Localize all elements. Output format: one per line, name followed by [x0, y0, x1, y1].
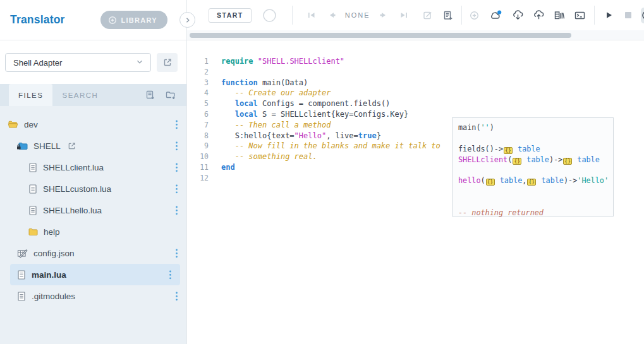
- signature-panel: main('')fields()->{} tableSHELLclient({}…: [452, 117, 614, 216]
- tab-files-label: FILES: [18, 92, 43, 99]
- folder-open-icon: [8, 119, 19, 129]
- add-circle-button[interactable]: [469, 10, 480, 21]
- external-link-icon: [162, 57, 173, 68]
- tab-files[interactable]: FILES: [9, 84, 52, 106]
- table-type-icon: {}: [486, 179, 495, 186]
- code-line-2[interactable]: 2: [187, 67, 644, 78]
- library-button-label: LIBRARY: [121, 16, 157, 24]
- add-circle-icon: [469, 10, 480, 21]
- code-text: [216, 173, 221, 184]
- external-link-icon[interactable]: [67, 141, 76, 151]
- open-adapter-button[interactable]: [157, 53, 178, 72]
- sidebar-tabs: FILES SEARCH: [0, 84, 186, 106]
- tree-item-label: help: [44, 227, 60, 237]
- tree-item-label: SHELLclient.lua: [43, 163, 104, 172]
- record-circle-button[interactable]: [262, 8, 277, 23]
- adapter-select[interactable]: Shell Adapter: [5, 53, 151, 72]
- add-note-icon: [442, 10, 453, 21]
- auto-run-toggle[interactable]: [641, 8, 644, 23]
- chevron-down-icon: [135, 57, 144, 68]
- tree-item-help[interactable]: help: [0, 221, 186, 242]
- signature-row: -- nothing returned: [458, 208, 607, 218]
- edit-note-button[interactable]: [422, 10, 433, 21]
- cloud-download-icon: [512, 9, 524, 21]
- skip-back-button[interactable]: [307, 10, 317, 20]
- kebab-menu-icon[interactable]: [169, 270, 172, 282]
- step-forward-button[interactable]: [379, 10, 389, 20]
- kebab-menu-icon[interactable]: [175, 119, 178, 132]
- code-text: -- Now fill in the blanks and make it ta…: [216, 141, 440, 151]
- code-line-1[interactable]: 1require "SHELL.SHELLclient": [187, 56, 644, 67]
- code-editor[interactable]: 1require "SHELL.SHELLclient"23function m…: [187, 40, 644, 184]
- kebab-menu-icon[interactable]: [175, 205, 178, 218]
- config-icon: [16, 248, 28, 259]
- signature-row: [458, 165, 607, 176]
- library-archive-button[interactable]: [554, 10, 565, 21]
- new-folder-icon[interactable]: [165, 90, 176, 100]
- app-title: Translator: [10, 13, 65, 27]
- file-tree: devSHELLSHELLclient.luaSHELLcustom.luaSH…: [0, 106, 186, 344]
- cloud-download-button[interactable]: [512, 9, 524, 21]
- line-number: 12: [187, 173, 216, 184]
- code-text: local Configs = component.fields(): [216, 98, 390, 109]
- code-line-4[interactable]: 4 -- Create our adapter: [187, 88, 644, 98]
- record-circle-icon: [262, 8, 277, 23]
- file-icon: [28, 184, 38, 194]
- kebab-menu-icon[interactable]: [175, 141, 178, 153]
- tree-item-label: config.json: [33, 249, 75, 258]
- tree-item-SHELLcustom.lua[interactable]: SHELLcustom.lua: [0, 178, 186, 199]
- tree-item-SHELLhello.lua[interactable]: SHELLhello.lua: [0, 199, 186, 221]
- code-line-3[interactable]: 3function main(Data): [187, 78, 644, 88]
- cloud-status-icon: [489, 9, 503, 21]
- kebab-menu-icon[interactable]: [175, 162, 178, 175]
- skip-back-icon: [307, 10, 317, 20]
- table-type-icon: {}: [563, 158, 572, 165]
- skip-forward-icon: [399, 10, 409, 20]
- code-text: -- something real.: [216, 151, 317, 162]
- kebab-menu-icon[interactable]: [175, 184, 178, 196]
- tree-item-SHELLclient.lua[interactable]: SHELLclient.lua: [0, 157, 186, 178]
- line-number: 11: [187, 162, 216, 173]
- signature-row: [458, 197, 607, 208]
- file-icon: [28, 162, 38, 173]
- sidebar-collapse-button[interactable]: [179, 12, 195, 28]
- edit-note-icon: [422, 10, 433, 21]
- tree-item-label: dev: [24, 120, 38, 129]
- hscrollbar-thumb[interactable]: [190, 33, 571, 38]
- tree-item-label: SHELLhello.lua: [43, 206, 102, 215]
- editor-hscrollbar: [187, 30, 644, 40]
- add-note-button[interactable]: [442, 10, 453, 21]
- terminal-button[interactable]: [574, 10, 586, 21]
- chevron-right-icon: [183, 16, 192, 25]
- skip-forward-button[interactable]: [399, 10, 409, 20]
- tree-item-main.lua[interactable]: main.lua: [10, 264, 180, 285]
- step-back-icon: [327, 10, 337, 20]
- cloud-status-button[interactable]: [489, 9, 503, 21]
- file-icon: [16, 291, 27, 302]
- line-number: 1: [187, 56, 216, 67]
- tree-item-.gitmodules[interactable]: .gitmodules: [0, 285, 186, 307]
- table-type-icon: {}: [504, 147, 513, 154]
- signature-row: [458, 133, 607, 144]
- code-text: function main(Data): [216, 78, 308, 88]
- cloud-upload-button[interactable]: [533, 9, 545, 21]
- tab-search[interactable]: SEARCH: [52, 84, 107, 106]
- tree-item-dev[interactable]: dev: [0, 114, 186, 135]
- library-button[interactable]: LIBRARY: [100, 11, 167, 29]
- code-line-5[interactable]: 5 local Configs = component.fields(): [187, 98, 644, 109]
- line-number: 3: [187, 78, 216, 88]
- start-button[interactable]: START: [209, 8, 252, 23]
- line-number: 7: [187, 120, 216, 131]
- kebab-menu-icon[interactable]: [175, 291, 178, 304]
- adapter-select-value: Shell Adapter: [13, 58, 62, 68]
- step-back-button[interactable]: [327, 10, 337, 20]
- file-icon: [16, 270, 27, 280]
- stop-button[interactable]: [624, 11, 633, 20]
- kebab-menu-icon[interactable]: [175, 248, 178, 261]
- tree-item-SHELL[interactable]: SHELL: [0, 135, 186, 157]
- nav-position-label: NONE: [345, 11, 370, 19]
- new-file-icon[interactable]: [145, 90, 155, 100]
- tree-item-config.json[interactable]: config.json: [0, 242, 186, 264]
- run-button[interactable]: [604, 10, 614, 20]
- signature-row: [458, 186, 607, 197]
